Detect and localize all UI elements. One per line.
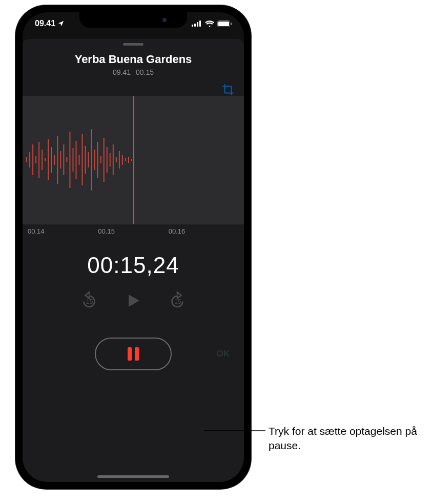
- svg-rect-1: [194, 24, 196, 27]
- ruler-tick: 00.14: [28, 227, 45, 235]
- time-ruler: 00.14 00.15 00.16: [23, 224, 244, 235]
- rewind-15-icon[interactable]: 15: [80, 291, 98, 312]
- cellular-icon: [192, 20, 202, 27]
- status-time: 09.41: [35, 19, 55, 28]
- callout-text: Tryk for at sætte optagelsen på pause.: [269, 424, 419, 453]
- callout-leader-line: [204, 430, 265, 431]
- ruler-tick: 00.16: [169, 227, 186, 235]
- phone-screen: 09.41 Yerba Buena Gardens: [23, 12, 244, 482]
- waveform-area[interactable]: [23, 96, 244, 224]
- phone-frame: 09.41 Yerba Buena Gardens: [15, 5, 251, 489]
- svg-rect-5: [218, 22, 229, 26]
- svg-rect-0: [192, 25, 193, 27]
- svg-rect-2: [197, 22, 198, 27]
- notch: [79, 12, 187, 28]
- done-button[interactable]: OK: [217, 349, 230, 359]
- recording-duration-label: 00.15: [136, 68, 154, 76]
- recording-sheet: Yerba Buena Gardens 09.41 00.15: [23, 39, 244, 482]
- forward-15-icon[interactable]: 15: [168, 291, 187, 312]
- battery-icon: [217, 20, 232, 27]
- pause-button[interactable]: [95, 338, 172, 370]
- pause-icon: [128, 347, 139, 361]
- elapsed-time: 00:15,24: [23, 253, 244, 278]
- svg-rect-6: [231, 23, 232, 25]
- playhead[interactable]: [133, 96, 134, 224]
- play-icon[interactable]: [124, 290, 142, 313]
- callout: Tryk for at sætte optagelsen på pause.: [204, 424, 419, 453]
- playback-controls: 15 15: [23, 290, 244, 313]
- recording-time-label: 09.41: [113, 68, 131, 76]
- svg-text:15: 15: [86, 298, 93, 305]
- location-icon: [57, 20, 65, 27]
- sheet-grabber[interactable]: [123, 43, 143, 46]
- wifi-icon: [205, 20, 214, 27]
- svg-rect-3: [199, 20, 201, 27]
- recording-title: Yerba Buena Gardens: [23, 53, 244, 66]
- svg-text:15: 15: [174, 298, 181, 305]
- ruler-tick: 00.15: [98, 227, 115, 235]
- recording-subtitle: 09.41 00.15: [23, 68, 244, 76]
- home-indicator[interactable]: [97, 475, 169, 478]
